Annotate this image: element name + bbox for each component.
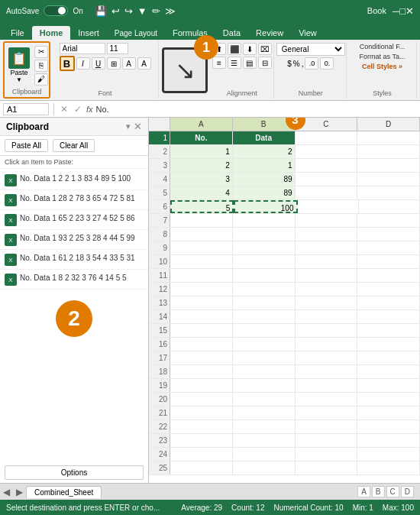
clipboard-item-2[interactable]: X No. Data 1 28 2 78 3 65 4 72 5 81	[0, 190, 148, 210]
cell-b1[interactable]: Data	[233, 131, 296, 144]
font-size-input[interactable]	[107, 43, 128, 54]
cell-c6[interactable]	[298, 200, 359, 213]
cell-c3[interactable]	[296, 159, 358, 172]
more-icon[interactable]: ≫	[165, 5, 176, 17]
row-num-1: 1	[149, 131, 170, 144]
clipboard-pin-button[interactable]: ▾	[126, 121, 131, 131]
clipboard-item-4[interactable]: X No. Data 1 93 2 25 3 28 4 44 5 99	[0, 230, 148, 250]
close-icon[interactable]: ✕	[405, 5, 414, 17]
col-header-d[interactable]: D	[357, 118, 420, 131]
italic-button[interactable]: I	[76, 57, 90, 70]
tab-view[interactable]: View	[291, 26, 325, 40]
tab-data[interactable]: Data	[215, 26, 248, 40]
align-center-button[interactable]: ☰	[228, 57, 241, 69]
sheet-letter-d[interactable]: D	[401, 486, 414, 497]
clipboard-close-button[interactable]: ✕	[134, 121, 142, 132]
cut-button[interactable]: ✂	[34, 46, 48, 58]
undo-icon[interactable]: ↩	[111, 5, 120, 17]
cell-d3[interactable]	[357, 159, 420, 172]
decrease-decimal-button[interactable]: 0.	[320, 57, 334, 70]
tab-file[interactable]: File	[3, 26, 32, 40]
tab-insert[interactable]: Insert	[70, 26, 107, 40]
cell-c5[interactable]	[296, 186, 358, 199]
align-bottom-button[interactable]: ⬇	[243, 43, 257, 55]
save-icon[interactable]: 💾	[95, 5, 107, 17]
conditional-format-button[interactable]: Conditional F...	[360, 43, 405, 50]
merge-button[interactable]: ⊟	[258, 57, 272, 69]
clipboard-item-1[interactable]: X No. Data 1 2 2 1 3 83 4 89 5 100	[0, 170, 148, 190]
clipboard-item-icon-1: X	[5, 174, 17, 186]
paste-dropdown[interactable]: ▼	[16, 76, 22, 83]
cancel-formula-button[interactable]: ✕	[59, 104, 69, 115]
pencil-icon[interactable]: ✏	[152, 5, 160, 17]
sheet-tab-letters: A B C D	[357, 486, 420, 497]
align-left-button[interactable]: ≡	[212, 57, 226, 69]
autosave-toggle[interactable]	[44, 5, 68, 16]
table-row: 14	[149, 310, 420, 324]
increase-decimal-button[interactable]: .0	[305, 57, 318, 70]
sheet-tab-combined[interactable]: Combined_Sheet	[26, 486, 102, 498]
wrap-button[interactable]: ⌧	[258, 43, 272, 55]
customize-icon[interactable]: ▼	[137, 5, 147, 17]
restore-icon[interactable]: □	[399, 5, 405, 17]
align-middle-button[interactable]: ⬛	[228, 43, 241, 55]
grid-body: 1 No. Data 2 1 2 3 2 1	[149, 131, 420, 483]
tab-review[interactable]: Review	[248, 26, 291, 40]
cell-a2[interactable]: 1	[170, 145, 233, 158]
sheet-nav-next[interactable]: ▶	[13, 487, 26, 497]
minimize-icon[interactable]: ─	[393, 5, 399, 17]
table-row: 16	[149, 338, 420, 351]
clipboard-item-5[interactable]: X No. Data 1 61 2 18 3 54 4 33 5 31	[0, 250, 148, 270]
table-row: 11	[149, 269, 420, 283]
clipboard-item-3[interactable]: X No. Data 1 65 2 23 3 27 4 52 5 86	[0, 210, 148, 230]
number-format-select[interactable]: General	[276, 43, 345, 56]
cell-d5[interactable]	[357, 186, 420, 199]
confirm-formula-button[interactable]: ✓	[73, 104, 83, 115]
paste-button[interactable]: 📋 Paste ▼	[5, 46, 33, 85]
cell-a1[interactable]: No.	[170, 131, 233, 144]
redo-icon[interactable]: ↪	[124, 5, 133, 17]
col-header-b[interactable]: B 3	[233, 118, 296, 131]
col-header-a[interactable]: A	[170, 118, 233, 131]
cell-b4[interactable]: 89	[233, 173, 296, 186]
font-color-button[interactable]: A	[137, 57, 151, 70]
cell-d1[interactable]	[357, 131, 420, 144]
cell-c4[interactable]	[296, 173, 358, 186]
cell-a5[interactable]: 4	[170, 186, 233, 199]
border-button[interactable]: ⊞	[107, 57, 121, 70]
font-name-input[interactable]	[60, 43, 105, 54]
cell-d4[interactable]	[357, 173, 420, 186]
sheet-letter-a[interactable]: A	[357, 486, 370, 497]
format-table-button[interactable]: Format as Ta...	[360, 53, 405, 60]
table-row: 9	[149, 241, 420, 255]
cell-a4[interactable]: 3	[170, 173, 233, 186]
cell-b3[interactable]: 1	[233, 159, 296, 172]
fill-button[interactable]: A	[122, 57, 136, 70]
clipboard-item-6[interactable]: X No. Data 1 8 2 32 3 76 4 14 5 5	[0, 270, 148, 290]
status-average: Average: 29	[181, 504, 222, 512]
cell-a6[interactable]: 5	[170, 200, 234, 213]
copy-button[interactable]: ⎘	[34, 60, 48, 72]
cell-d2[interactable]	[357, 145, 420, 158]
align-right-button[interactable]: ▤	[243, 57, 257, 69]
bold-button[interactable]: B	[60, 56, 75, 71]
cell-c2[interactable]	[296, 145, 358, 158]
cell-styles-button[interactable]: Cell Styles »	[362, 63, 402, 70]
cell-reference-input[interactable]	[3, 103, 49, 115]
format-painter-button[interactable]: 🖌	[34, 73, 48, 86]
clipboard-options-button[interactable]: Options	[5, 465, 144, 480]
cell-b6[interactable]: 100	[234, 200, 297, 213]
cell-a3[interactable]: 2	[170, 159, 233, 172]
underline-button[interactable]: U	[92, 57, 105, 70]
clear-all-button[interactable]: Clear All	[53, 139, 95, 152]
sheet-nav-prev[interactable]: ◀	[0, 487, 13, 497]
sheet-letter-c[interactable]: C	[386, 486, 399, 497]
paste-all-button[interactable]: Paste All	[5, 139, 48, 152]
cell-b2[interactable]: 2	[233, 145, 296, 158]
cell-b5[interactable]: 89	[233, 186, 296, 199]
tab-pagelayout[interactable]: Page Layout	[107, 27, 165, 40]
cell-d6[interactable]	[359, 200, 420, 213]
tab-home[interactable]: Home	[32, 26, 71, 40]
cell-c1[interactable]	[296, 131, 358, 144]
sheet-letter-b[interactable]: B	[372, 486, 385, 497]
